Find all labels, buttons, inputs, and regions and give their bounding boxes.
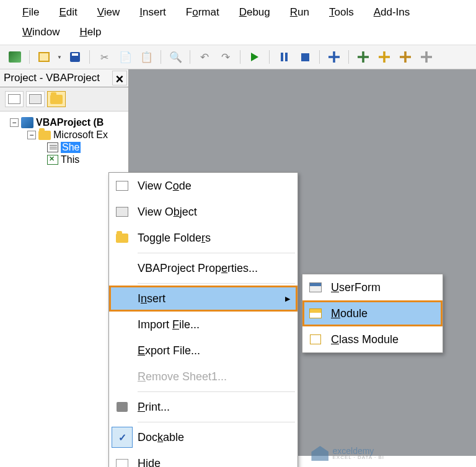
ctx-remove: Remove Sheet1... xyxy=(109,364,298,390)
menu-addins[interactable]: Add-Ins xyxy=(364,2,420,22)
tb-cut-icon[interactable]: ✂ xyxy=(95,49,113,65)
context-menu: View Code View Object Toggle Folders VBA… xyxy=(108,172,298,467)
userform-icon xyxy=(309,282,322,292)
tree-project-root[interactable]: − VBAProject (B xyxy=(2,116,126,129)
menu-window[interactable]: Window xyxy=(12,22,69,42)
sub-class-module[interactable]: Class Module xyxy=(302,326,443,352)
menu-edit[interactable]: Edit xyxy=(49,2,87,22)
print-icon xyxy=(117,402,128,412)
view-object-icon[interactable] xyxy=(26,91,45,107)
project-panel-titlebar: Project - VBAProject × xyxy=(0,69,128,87)
watermark: exceldemy EXCEL · DATA · BI xyxy=(311,446,384,461)
project-panel-toolbar xyxy=(0,87,128,111)
folder-icon xyxy=(38,131,51,140)
tb-design-icon[interactable] xyxy=(325,49,343,65)
tb-toolbox-icon[interactable] xyxy=(418,49,435,65)
watermark-tagline: EXCEL · DATA · BI xyxy=(332,455,384,460)
class-module-icon xyxy=(310,334,321,344)
watermark-brand: exceldemy xyxy=(332,447,384,455)
tb-insert-icon[interactable] xyxy=(35,49,53,65)
tb-reset-icon[interactable] xyxy=(296,49,314,65)
tb-view-excel-icon[interactable] xyxy=(6,49,24,65)
collapse-icon[interactable]: − xyxy=(10,118,19,127)
tb-insert-dropdown-icon[interactable]: ▼ xyxy=(56,55,63,60)
tb-find-icon[interactable]: 🔍 xyxy=(167,49,184,65)
object-icon xyxy=(116,207,128,217)
tb-undo-icon[interactable]: ↶ xyxy=(196,49,213,65)
insert-submenu: UserForm Module Class Module xyxy=(302,274,443,353)
vba-project-icon xyxy=(21,117,33,128)
tb-break-icon[interactable] xyxy=(275,49,293,65)
separator xyxy=(138,422,295,422)
project-panel-close-icon[interactable]: × xyxy=(112,71,127,85)
separator xyxy=(138,283,295,284)
workbook-icon xyxy=(47,155,58,165)
menu-debug[interactable]: Debug xyxy=(229,2,280,22)
toggle-folders-icon[interactable] xyxy=(47,91,66,107)
ctx-properties[interactable]: VBAProject Properties... xyxy=(109,255,298,281)
ctx-hide[interactable]: Hide xyxy=(109,450,298,467)
menu-format[interactable]: Format xyxy=(176,2,229,22)
ctx-dockable[interactable]: ✓ Dockable xyxy=(109,424,298,450)
watermark-icon xyxy=(311,446,328,461)
separator xyxy=(138,391,295,392)
project-panel-title: Project - VBAProject xyxy=(4,72,100,84)
hide-icon xyxy=(116,459,128,467)
code-icon xyxy=(116,181,128,191)
menu-run[interactable]: Run xyxy=(280,2,319,22)
worksheet-icon xyxy=(47,142,58,152)
tb-paste-icon[interactable]: 📋 xyxy=(138,49,155,65)
menu-insert[interactable]: Insert xyxy=(130,2,176,22)
view-code-icon[interactable] xyxy=(5,91,24,107)
ctx-toggle-folders[interactable]: Toggle Folders xyxy=(109,225,298,251)
ctx-insert[interactable]: Insert ▶ xyxy=(109,286,298,312)
tb-save-icon[interactable] xyxy=(66,49,84,65)
tb-redo-icon[interactable]: ↷ xyxy=(217,49,234,65)
toolbar: ▼ ✂ 📄 📋 🔍 ↶ ↷ xyxy=(0,45,476,69)
separator xyxy=(138,253,295,253)
check-icon: ✓ xyxy=(118,432,126,443)
tb-explorer-icon[interactable] xyxy=(355,49,372,65)
menu-file[interactable]: File xyxy=(12,2,49,22)
ctx-view-object[interactable]: View Object xyxy=(109,199,298,225)
ctx-print[interactable]: Print... xyxy=(109,394,298,420)
ctx-import-file[interactable]: Import File... xyxy=(109,312,298,338)
menu-help[interactable]: Help xyxy=(69,22,111,42)
tree-excel-folder[interactable]: − Microsoft Ex xyxy=(2,129,126,141)
ctx-export-file[interactable]: Export File... xyxy=(109,338,298,364)
menubar: File Edit View Insert Format Debug Run T… xyxy=(0,0,476,45)
folder-icon xyxy=(116,234,128,243)
ctx-view-code[interactable]: View Code xyxy=(109,173,298,199)
tb-browser-icon[interactable] xyxy=(397,49,414,65)
tb-copy-icon[interactable]: 📄 xyxy=(117,49,134,65)
collapse-icon[interactable]: − xyxy=(27,131,36,139)
menu-tools[interactable]: Tools xyxy=(319,2,364,22)
tree-thisworkbook[interactable]: This xyxy=(2,154,126,166)
submenu-arrow-icon: ▶ xyxy=(285,295,298,303)
tb-properties-icon[interactable] xyxy=(376,49,393,65)
tb-run-icon[interactable] xyxy=(246,49,263,65)
sub-userform[interactable]: UserForm xyxy=(302,274,443,300)
menu-view[interactable]: View xyxy=(87,2,130,22)
sub-module[interactable]: Module xyxy=(302,300,443,326)
tree-sheet1[interactable]: She xyxy=(2,141,126,154)
module-icon xyxy=(309,308,322,318)
